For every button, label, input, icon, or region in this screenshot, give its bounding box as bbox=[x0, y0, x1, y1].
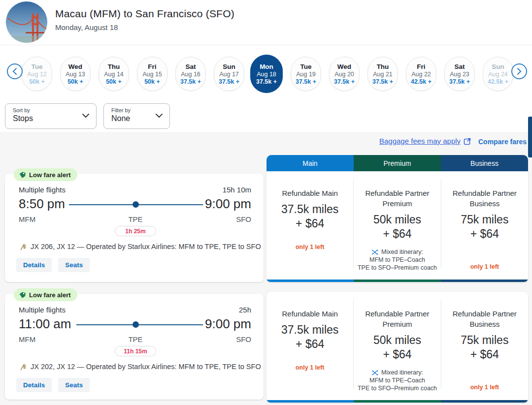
origin-airport: MFM bbox=[19, 335, 35, 343]
page-title: Macau (MFM) to San Francisco (SFO) bbox=[55, 8, 234, 20]
date-pill-aug12[interactable]: Tue Aug 12 50k + bbox=[22, 57, 52, 91]
date-pill-aug24[interactable]: Sun Aug 24 42.5k + bbox=[483, 57, 513, 91]
destination-airport: SFO bbox=[236, 215, 251, 223]
destination-airport: SFO bbox=[236, 335, 251, 343]
shuffle-icon bbox=[371, 249, 379, 255]
flight-type-label: Multiple flights bbox=[19, 186, 66, 194]
details-button[interactable]: Details bbox=[16, 378, 52, 392]
stopover-dot bbox=[133, 201, 139, 208]
compare-fares-link[interactable]: Compare fares bbox=[478, 138, 527, 146]
chevron-down-icon bbox=[82, 114, 89, 118]
details-button[interactable]: Details bbox=[16, 258, 52, 272]
header-divider bbox=[0, 45, 532, 45]
shuffle-icon bbox=[371, 370, 379, 375]
card-actions: Details Seats bbox=[16, 378, 90, 392]
page-subtitle: Monday, August 18 bbox=[55, 23, 118, 31]
low-fare-alert-badge: Low fare alert bbox=[14, 168, 77, 181]
arrival-time: 9:00 pm bbox=[205, 196, 251, 212]
feedback-side-tab[interactable] bbox=[528, 117, 532, 157]
flight-duration: 15h 10m bbox=[223, 186, 251, 194]
flight-results-page: Macau (MFM) to San Francisco (SFO) Monda… bbox=[0, 0, 532, 405]
scarcity-note: only 1 left bbox=[470, 384, 499, 391]
sort-by-select[interactable]: Sort by Stops bbox=[5, 103, 97, 129]
date-pill-aug18-selected[interactable]: Mon Aug 18 37.5k + bbox=[250, 55, 283, 93]
mixed-itinerary-note: Mixed itinerary: MFM to TPE–Coach TPE to… bbox=[358, 369, 437, 392]
departure-time: 8:50 pm bbox=[19, 196, 65, 212]
price-tag-icon bbox=[19, 291, 26, 299]
cabin-color-bar bbox=[266, 280, 528, 282]
layover-duration-pill: 11h 15m bbox=[115, 346, 156, 356]
date-pill-aug21[interactable]: Thu Aug 21 37.5k + bbox=[367, 57, 398, 91]
fare-option-business[interactable]: Refundable PartnerBusiness 75k miles+ $6… bbox=[441, 171, 528, 282]
scarcity-note: only 1 left bbox=[296, 364, 324, 371]
flight-card-2: Low fare alert Multiple flights 25h 11:0… bbox=[5, 294, 264, 400]
stop-airport: TPE bbox=[118, 335, 153, 343]
chevron-left-icon bbox=[12, 68, 17, 75]
date-pill-aug22[interactable]: Fri Aug 22 42.5k + bbox=[406, 57, 436, 91]
flight-duration: 25h bbox=[239, 306, 251, 314]
baggage-fees-link[interactable]: Baggage fees may apply bbox=[379, 137, 471, 145]
chevron-down-icon bbox=[156, 114, 163, 118]
external-link-icon bbox=[464, 137, 471, 145]
starlux-airline-logo-icon bbox=[20, 363, 27, 371]
date-pill-aug23[interactable]: Sat Aug 23 37.5k + bbox=[444, 57, 475, 91]
fare-price: 75k miles+ $64 bbox=[461, 213, 508, 241]
low-fare-alert-badge: Low fare alert bbox=[14, 288, 77, 301]
date-pill-aug17[interactable]: Sun Aug 17 37.5k + bbox=[214, 57, 244, 91]
fare-panel-2: Refundable Main 37.5k miles+ $64 only 1 … bbox=[266, 292, 528, 403]
destination-photo bbox=[6, 1, 47, 43]
price-tag-icon bbox=[19, 171, 26, 179]
date-pill-aug13[interactable]: Wed Aug 13 50k + bbox=[60, 57, 91, 91]
date-pill-aug19[interactable]: Tue Aug 19 37.5k + bbox=[291, 57, 321, 91]
date-pill-aug16[interactable]: Sat Aug 16 37.5k + bbox=[175, 57, 206, 91]
starlux-airline-logo-icon bbox=[20, 243, 27, 250]
departure-time: 11:00 am bbox=[19, 316, 71, 332]
date-pill-aug14[interactable]: Thu Aug 14 50k + bbox=[99, 57, 129, 91]
stopover-dot bbox=[133, 321, 139, 328]
flight-info-row: JX 206, JX 12 — Operated by Starlux Airl… bbox=[20, 243, 261, 250]
seats-button[interactable]: Seats bbox=[58, 378, 90, 392]
fare-price: 50k miles+ $64 bbox=[373, 213, 421, 241]
layover-duration-pill: 1h 25m bbox=[115, 226, 156, 236]
flight-info-row: JX 202, JX 12 — Operated by Starlux Airl… bbox=[20, 363, 261, 371]
flight-timeline bbox=[76, 324, 203, 325]
scarcity-note: only 1 left bbox=[296, 244, 324, 250]
tab-business[interactable]: Business bbox=[441, 155, 528, 171]
fare-price: 75k miles+ $64 bbox=[461, 333, 508, 362]
carousel-prev-button[interactable] bbox=[7, 63, 23, 79]
fare-option-premium[interactable]: Refundable PartnerPremium 50k miles+ $64… bbox=[354, 292, 440, 403]
flight-card-1: Low fare alert Multiple flights 15h 10m … bbox=[5, 174, 264, 282]
flight-numbers-text: JX 202, JX 12 — Operated by Starlux Airl… bbox=[31, 363, 261, 371]
filter-by-select[interactable]: Filter by None bbox=[103, 103, 170, 129]
tab-main[interactable]: Main bbox=[266, 155, 354, 171]
fare-price: 37.5k miles+ $64 bbox=[281, 323, 338, 351]
card-actions: Details Seats bbox=[16, 258, 90, 272]
carousel-next-button[interactable] bbox=[511, 63, 527, 79]
tab-premium[interactable]: Premium bbox=[354, 155, 441, 171]
fare-option-business[interactable]: Refundable PartnerBusiness 75k miles+ $6… bbox=[441, 292, 528, 403]
date-pill-aug20[interactable]: Wed Aug 20 37.5k + bbox=[329, 57, 360, 91]
fare-price: 50k miles+ $64 bbox=[373, 333, 421, 362]
arrival-time: 9:00 pm bbox=[205, 316, 251, 332]
chevron-right-icon bbox=[517, 68, 522, 75]
seats-button[interactable]: Seats bbox=[58, 258, 90, 272]
scarcity-note: only 1 left bbox=[470, 263, 499, 270]
flight-numbers-text: JX 206, JX 12 — Operated by Starlux Airl… bbox=[31, 243, 261, 250]
cabin-tab-bar: Main Premium Business bbox=[266, 155, 528, 171]
fare-option-premium[interactable]: Refundable PartnerPremium 50k miles+ $64… bbox=[354, 171, 440, 282]
cabin-color-bar bbox=[266, 400, 528, 403]
fare-price: 37.5k miles+ $64 bbox=[281, 202, 338, 231]
mixed-itinerary-note: Mixed itinerary: MFM to TPE–Coach TPE to… bbox=[358, 248, 437, 272]
fare-option-main[interactable]: Refundable Main 37.5k miles+ $64 only 1 … bbox=[266, 171, 353, 282]
fare-panel-1: Refundable Main 37.5k miles+ $64 only 1 … bbox=[266, 171, 528, 282]
date-pill-aug15[interactable]: Fri Aug 15 50k + bbox=[137, 57, 167, 91]
stop-airport: TPE bbox=[118, 215, 153, 223]
fare-option-main[interactable]: Refundable Main 37.5k miles+ $64 only 1 … bbox=[266, 292, 353, 403]
origin-airport: MFM bbox=[19, 215, 35, 223]
flight-type-label: Multiple flights bbox=[19, 306, 66, 314]
